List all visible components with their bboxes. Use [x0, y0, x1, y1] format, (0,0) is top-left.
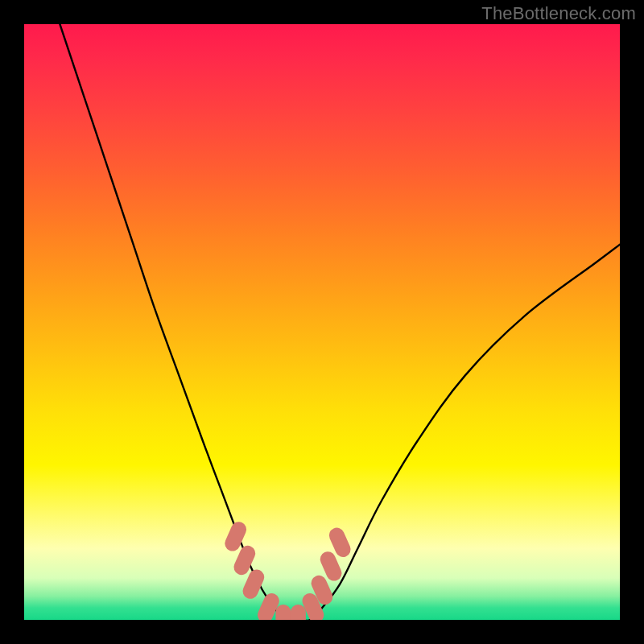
valley-marker — [291, 605, 306, 620]
valley-marker — [275, 605, 291, 620]
curve-layer — [24, 24, 620, 620]
watermark-text: TheBottleneck.com — [481, 3, 636, 24]
valley-markers-group — [222, 519, 353, 620]
plot-area — [24, 24, 620, 620]
chart-frame: TheBottleneck.com — [0, 0, 644, 644]
